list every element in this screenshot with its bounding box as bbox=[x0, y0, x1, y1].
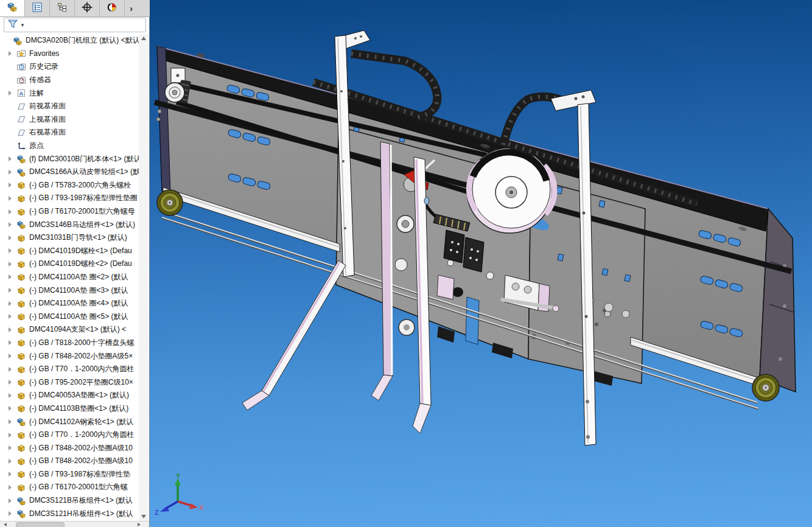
tab-propertymanager[interactable] bbox=[25, 0, 50, 16]
tab-overflow-chevron[interactable]: › bbox=[130, 0, 133, 16]
tab-configurationmanager[interactable] bbox=[50, 0, 75, 16]
tree-filter-bar[interactable]: ▼ bbox=[4, 18, 146, 32]
tree-item-label: DMC4S166A从动皮带轮组<1> (默 bbox=[29, 167, 139, 177]
tree-item[interactable]: (-) DMC41100A垫 圈<2> (默认 bbox=[0, 271, 139, 284]
tree-item[interactable]: DMC3S146B马达组件<1> (默认) bbox=[0, 218, 139, 231]
expand-arrow-icon[interactable] bbox=[9, 340, 16, 345]
tree-item-label: DMC41094A支架<1> (默认) < bbox=[29, 324, 126, 335]
scroll-up-arrow-icon[interactable] bbox=[141, 37, 146, 40]
tree-item[interactable]: (-) DMC41100A垫 圈<3> (默认 bbox=[0, 284, 139, 297]
expand-arrow-icon[interactable] bbox=[9, 380, 16, 385]
tree-vertical-scrollbar[interactable] bbox=[139, 34, 149, 521]
part-icon bbox=[16, 312, 26, 321]
tree-item[interactable]: 传感器 bbox=[0, 74, 139, 87]
tree-item[interactable]: 原点 bbox=[0, 139, 139, 153]
expand-arrow-icon[interactable] bbox=[9, 406, 16, 411]
expand-arrow-icon[interactable] bbox=[9, 248, 16, 253]
tab-featuremanager[interactable] bbox=[0, 0, 25, 16]
assembly-icon bbox=[12, 36, 23, 46]
tree-item[interactable]: (-) DMC41103B垫圈<1> (默认) bbox=[0, 402, 139, 416]
expand-arrow-icon[interactable] bbox=[9, 301, 16, 306]
expand-arrow-icon[interactable] bbox=[9, 170, 16, 175]
tree-item[interactable]: (-) DMC41019D螺栓<2> (Defau bbox=[0, 257, 139, 271]
expand-arrow-icon[interactable] bbox=[9, 262, 16, 267]
expand-arrow-icon[interactable] bbox=[9, 209, 16, 214]
expand-arrow-icon[interactable] bbox=[9, 459, 16, 464]
expand-arrow-icon[interactable] bbox=[9, 327, 16, 332]
tree-item[interactable]: (-) GB / T818-2000十字槽盘头螺 bbox=[0, 337, 139, 350]
expand-arrow-icon[interactable] bbox=[9, 288, 16, 293]
tree-item[interactable]: (-) DMC40053A垫圈<1> (默认) bbox=[0, 389, 139, 402]
expand-arrow-icon[interactable] bbox=[9, 419, 16, 424]
scroll-right-arrow-icon[interactable] bbox=[138, 523, 141, 526]
tree-item[interactable]: (-) GB / T5783-2000六角头螺栓 bbox=[0, 179, 139, 192]
history-icon bbox=[16, 62, 26, 72]
filter-dropdown-caret[interactable]: ▼ bbox=[20, 23, 25, 28]
rope-wheel-right bbox=[752, 374, 779, 401]
expand-arrow-icon[interactable] bbox=[9, 433, 16, 438]
tab-dimxpert[interactable] bbox=[75, 0, 100, 16]
tree-item[interactable]: DMC3S121B吊板组件<1> (默认 bbox=[0, 494, 139, 508]
displaymanager-tab-icon bbox=[107, 2, 117, 15]
expand-arrow-icon[interactable] bbox=[9, 236, 16, 240]
expand-arrow-icon[interactable] bbox=[9, 393, 16, 398]
tree-item[interactable]: (-) GB / T848-2002小垫圈A级10 bbox=[0, 441, 139, 455]
tree-item[interactable]: DMC41094A支架<1> (默认) < bbox=[0, 323, 139, 337]
expand-arrow-icon[interactable] bbox=[9, 314, 16, 319]
tree-item[interactable]: (-) GB / T93-1987标准型弹性垫 bbox=[0, 468, 139, 481]
tree-item[interactable]: Favorites bbox=[0, 47, 139, 61]
tree-item-label: (-) GB / T6170-20001型六角螺母 bbox=[29, 206, 135, 217]
tree-item[interactable]: (-) GB / T6170-20001型六角螺 bbox=[0, 481, 139, 494]
tree-item[interactable]: DMC3S121H吊板组件<1> (默认 bbox=[0, 507, 139, 520]
part-icon bbox=[16, 483, 26, 492]
expand-arrow-icon[interactable] bbox=[9, 354, 16, 358]
tree-item[interactable]: DMC31031B门导轨<1> (默认) bbox=[0, 231, 139, 245]
expand-arrow-icon[interactable] bbox=[9, 222, 16, 227]
expand-arrow-icon[interactable] bbox=[9, 274, 16, 279]
expand-arrow-icon[interactable] bbox=[9, 472, 16, 476]
tree-item-label: (-) DMC41103B垫圈<1> (默认) bbox=[29, 403, 128, 414]
tree-item[interactable]: A注解 bbox=[0, 86, 139, 100]
sensors-icon bbox=[16, 75, 26, 85]
tree-item-label: DMC3S121B吊板组件<1> (默认 bbox=[29, 495, 133, 506]
expand-arrow-icon[interactable] bbox=[9, 156, 16, 161]
part-icon bbox=[16, 207, 26, 217]
expand-arrow-icon[interactable] bbox=[9, 485, 16, 490]
tree-item[interactable]: (-) DMC41019D螺栓<1> (Defau bbox=[0, 245, 139, 258]
tree-item[interactable]: (-) GB / T70．1-2000内六角圆柱 bbox=[0, 363, 139, 376]
tree-item[interactable]: (-) GB / T95-2002平垫圈C级10× bbox=[0, 375, 139, 389]
tree-item[interactable]: 右视基准面 bbox=[0, 126, 139, 139]
tab-displaymanager[interactable] bbox=[100, 0, 125, 16]
expand-arrow-icon[interactable] bbox=[9, 367, 16, 372]
expand-arrow-icon[interactable] bbox=[9, 196, 16, 201]
expand-arrow-icon[interactable] bbox=[9, 511, 16, 516]
tree-item[interactable]: (-) GB / T848-2002小垫圈A级10 bbox=[0, 455, 139, 468]
tree-item[interactable]: DMC4S166A从动皮带轮组<1> (默 bbox=[0, 166, 139, 179]
expand-arrow-icon[interactable] bbox=[9, 51, 16, 56]
tree-item-label: (-) DMC41100A垫 圈<3> (默认 bbox=[29, 285, 128, 296]
expand-arrow-icon[interactable] bbox=[9, 445, 16, 450]
tree-item[interactable]: DMC3A020B门机组立 (默认) <默认_ bbox=[0, 34, 139, 47]
expand-arrow-icon[interactable] bbox=[9, 91, 16, 96]
tree-item[interactable]: (-) GB / T93-1987标准型弹性垫圈 bbox=[0, 192, 139, 205]
tree-item[interactable]: 前视基准面 bbox=[0, 100, 139, 113]
tree-item[interactable]: (f) DMC30010B门机本体<1> (默认 bbox=[0, 152, 139, 166]
tree-horizontal-scrollbar[interactable] bbox=[0, 521, 149, 527]
tree-item-label: (-) DMC41019D螺栓<1> (Defau bbox=[29, 246, 132, 256]
tree-item[interactable]: (-) GB / T848-2002小垫圈A级5× bbox=[0, 349, 139, 363]
tree-item[interactable]: (-) GB / T70．1-2000内六角圆柱 bbox=[0, 428, 139, 442]
tree-item[interactable]: (-) GB / T6170-20001型六角螺母 bbox=[0, 205, 139, 218]
tree-item-label: 历史记录 bbox=[29, 61, 58, 72]
horizontal-scroll-thumb[interactable] bbox=[16, 522, 65, 527]
viewport-3d[interactable]: Y X Z bbox=[150, 0, 812, 527]
tree-item[interactable]: 上视基准面 bbox=[0, 113, 139, 127]
tree-item[interactable]: 历史记录 bbox=[0, 60, 139, 74]
expand-arrow-icon[interactable] bbox=[9, 183, 16, 187]
part-icon bbox=[16, 430, 26, 440]
tree-item[interactable]: (-) DMC41100A垫 圈<4> (默认 bbox=[0, 297, 139, 310]
tree-item[interactable]: (-) DMC41102A钢索轮<1> (默认 bbox=[0, 415, 139, 428]
expand-arrow-icon[interactable] bbox=[9, 498, 16, 503]
tree-item[interactable]: (-) DMC41100A垫 圈<5> (默认 bbox=[0, 310, 139, 323]
scroll-left-arrow-icon[interactable] bbox=[4, 523, 7, 526]
scroll-down-arrow-icon[interactable] bbox=[141, 515, 146, 518]
